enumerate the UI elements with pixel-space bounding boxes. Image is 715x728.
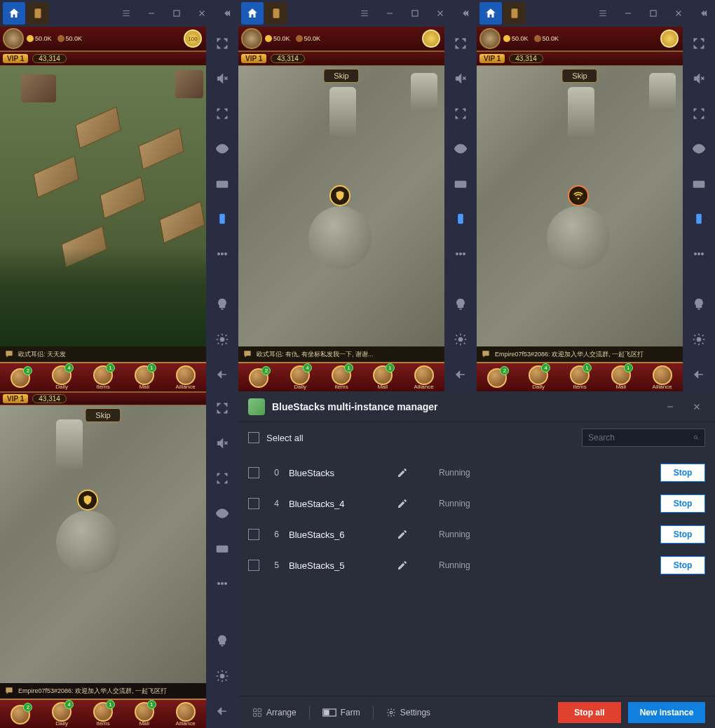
nav-daily[interactable]: 4Daily — [529, 365, 548, 390]
stop-button[interactable]: Stop — [660, 525, 705, 544]
keyboard-icon[interactable] — [212, 174, 232, 194]
vip-badge[interactable]: VIP 1 — [3, 394, 28, 403]
chat-bar[interactable]: Empire07f53#2086: 欢迎加入华人交流群, 一起飞区打 — [0, 683, 206, 699]
nav-daily[interactable]: 4Daily — [290, 365, 310, 390]
maximize-icon[interactable] — [407, 5, 423, 22]
minimize-icon[interactable] — [662, 398, 679, 415]
home-tab-icon[interactable] — [241, 2, 264, 25]
wood-resource[interactable]: 50.0K — [296, 35, 321, 42]
search-box[interactable] — [582, 429, 705, 447]
nav-boost[interactable]: 2 — [487, 368, 507, 386]
game-tab-icon[interactable] — [27, 2, 49, 25]
game-scene-city[interactable] — [0, 405, 206, 683]
expand-icon[interactable] — [451, 104, 470, 123]
fullscreen-icon[interactable] — [451, 34, 470, 53]
device-icon[interactable] — [212, 209, 232, 229]
chat-bar[interactable]: Empire07f53#2086: 欢迎加入华人交流群, 一起飞区打 — [477, 346, 683, 362]
player-avatar[interactable] — [479, 28, 500, 49]
wood-resource[interactable]: 50.0K — [57, 35, 83, 42]
stop-button[interactable]: Stop — [660, 464, 705, 482]
settings-button[interactable]: Settings — [382, 708, 435, 717]
volume-mute-icon[interactable] — [212, 433, 232, 453]
eye-icon[interactable] — [212, 139, 232, 159]
bulb-icon[interactable] — [689, 295, 709, 314]
chat-bar[interactable]: 欧式耳侣: 有仇, 有坐标私发我一下, 谢谢... — [238, 346, 444, 362]
power-value[interactable]: 43,314 — [271, 54, 305, 63]
skip-button[interactable]: Skip — [85, 408, 121, 422]
back-icon[interactable] — [689, 365, 709, 384]
nav-items[interactable]: 1Items — [93, 365, 113, 390]
back-icon[interactable] — [212, 701, 232, 721]
game-scene-city[interactable] — [238, 66, 444, 346]
nav-daily[interactable]: 4Daily — [52, 702, 72, 727]
volume-mute-icon[interactable] — [689, 69, 709, 88]
coin-counter[interactable] — [422, 29, 440, 48]
new-instance-button[interactable]: New instance — [628, 702, 705, 723]
fullscreen-icon[interactable] — [689, 34, 709, 53]
edit-icon[interactable] — [397, 467, 408, 478]
nav-mail[interactable]: 1Mail — [373, 365, 393, 390]
nav-boost[interactable]: 2 — [11, 368, 30, 386]
empty-plot[interactable] — [100, 177, 145, 219]
gold-resource[interactable]: 50.0K — [27, 35, 52, 42]
castle-main[interactable] — [308, 206, 372, 269]
arrange-button[interactable]: Arrange — [248, 708, 301, 717]
hamburger-icon[interactable] — [594, 5, 611, 22]
maximize-icon[interactable] — [645, 5, 662, 22]
castle-tower[interactable] — [411, 73, 437, 112]
shield-badge-icon[interactable] — [77, 490, 98, 511]
nav-boost[interactable]: 2 — [11, 705, 30, 723]
bulb-icon[interactable] — [451, 295, 470, 314]
eye-icon[interactable] — [451, 139, 470, 159]
nav-alliance[interactable]: Alliance — [176, 702, 196, 727]
hamburger-icon[interactable] — [356, 5, 373, 22]
chat-bar[interactable]: 欧式耳侣: 天天发 — [0, 346, 206, 362]
row-checkbox[interactable] — [248, 560, 259, 571]
select-all-label[interactable]: Select all — [266, 433, 304, 443]
castle-tower[interactable] — [56, 419, 83, 469]
vip-badge[interactable]: VIP 1 — [241, 54, 266, 63]
game-scene-field[interactable] — [0, 66, 206, 346]
more-icon[interactable] — [451, 244, 470, 264]
gold-resource[interactable]: 50.0K — [503, 35, 529, 42]
eye-icon[interactable] — [212, 504, 232, 523]
building[interactable] — [175, 70, 203, 98]
back-icon[interactable] — [212, 365, 232, 384]
nav-items[interactable]: 1Items — [332, 365, 351, 390]
vip-badge[interactable]: VIP 1 — [479, 54, 505, 63]
nav-daily[interactable]: 4Daily — [52, 365, 72, 390]
minimize-icon[interactable] — [143, 5, 160, 22]
row-checkbox[interactable] — [248, 467, 259, 478]
power-value[interactable]: 43,314 — [32, 54, 67, 63]
coin-counter[interactable] — [660, 29, 679, 48]
power-value[interactable]: 43,314 — [509, 54, 543, 63]
edit-icon[interactable] — [397, 498, 408, 509]
close-icon[interactable] — [670, 5, 687, 22]
search-input[interactable] — [588, 433, 693, 443]
empty-plot[interactable] — [159, 201, 205, 243]
empty-plot[interactable] — [33, 156, 79, 198]
castle-main[interactable] — [56, 511, 119, 574]
select-all-checkbox[interactable] — [248, 432, 259, 443]
volume-mute-icon[interactable] — [451, 69, 470, 88]
skip-button[interactable]: Skip — [323, 69, 359, 83]
volume-mute-icon[interactable] — [212, 69, 232, 88]
nav-boost[interactable]: 2 — [249, 368, 268, 386]
device-icon[interactable] — [451, 209, 470, 229]
wifi-badge-icon[interactable] — [568, 185, 589, 206]
close-icon[interactable] — [688, 398, 705, 415]
maximize-icon[interactable] — [168, 5, 185, 22]
bulb-icon[interactable] — [212, 295, 232, 314]
castle-main[interactable] — [547, 206, 610, 269]
eye-icon[interactable] — [689, 139, 709, 159]
fullscreen-icon[interactable] — [212, 398, 232, 418]
nav-mail[interactable]: 1Mail — [135, 365, 154, 390]
expand-icon[interactable] — [212, 469, 232, 488]
home-tab-icon[interactable] — [3, 2, 25, 25]
building[interactable] — [21, 74, 56, 102]
stop-all-button[interactable]: Stop all — [558, 702, 621, 723]
gear-icon[interactable] — [451, 330, 470, 349]
fullscreen-icon[interactable] — [212, 34, 232, 53]
nav-items[interactable]: 1Items — [570, 365, 590, 390]
castle-tower[interactable] — [649, 73, 676, 112]
